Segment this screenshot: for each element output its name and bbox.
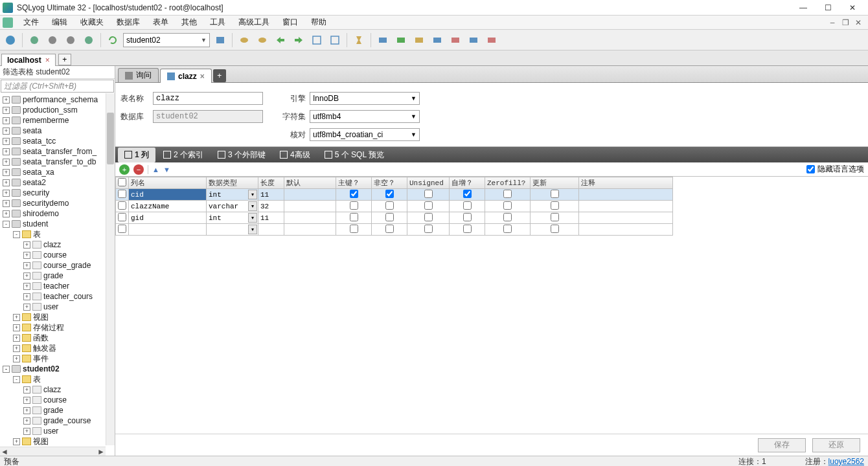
cell-us-checkbox[interactable]: [424, 213, 433, 221]
tool-icon-3[interactable]: [63, 32, 78, 48]
cell-up-checkbox[interactable]: [551, 190, 559, 198]
column-header[interactable]: 长度: [258, 177, 284, 189]
tool-icon-17[interactable]: [448, 32, 463, 48]
tree-node[interactable]: +触发器: [0, 343, 115, 353]
cell-comment[interactable]: [579, 189, 673, 201]
move-up-icon[interactable]: ▲: [152, 166, 159, 173]
dropdown-icon[interactable]: ▾: [248, 201, 257, 211]
cell-length[interactable]: [258, 224, 284, 236]
subtab[interactable]: 5 个 SQL 预览: [318, 148, 391, 162]
expand-icon[interactable]: +: [23, 293, 30, 300]
cell-zf-checkbox[interactable]: [503, 213, 512, 221]
columns-grid[interactable]: 列名数据类型长度默认主键？非空？Unsigned自增？Zerofill?更新注释…: [115, 177, 868, 236]
menu-item[interactable]: 其他: [175, 17, 203, 28]
add-connection-button[interactable]: +: [58, 54, 71, 65]
tree-node[interactable]: +securitydemo: [0, 198, 115, 208]
table-name-input[interactable]: [153, 92, 263, 105]
minimize-button[interactable]: —: [795, 3, 811, 13]
tool-icon-10[interactable]: [309, 32, 325, 48]
cell-pk-checkbox[interactable]: [350, 190, 358, 198]
database-selector[interactable]: student02 ▼: [123, 33, 210, 47]
cell-nn-checkbox[interactable]: [385, 201, 394, 210]
expand-icon[interactable]: +: [13, 314, 20, 321]
cell-length[interactable]: 11: [258, 189, 284, 201]
cell-us-checkbox[interactable]: [424, 190, 433, 198]
column-header[interactable]: 列名: [129, 177, 207, 189]
new-connection-icon[interactable]: [3, 32, 18, 48]
tree-node[interactable]: +clazz: [0, 384, 115, 395]
tool-icon-14[interactable]: [393, 32, 409, 48]
tree-node[interactable]: +user: [0, 426, 115, 436]
expand-icon[interactable]: +: [3, 190, 10, 197]
tree-node[interactable]: +grade_course: [0, 416, 115, 426]
table-row[interactable]: clazzNamevarchar▾32: [116, 201, 673, 212]
object-tree[interactable]: +performance_schema+production_ssm+remem…: [0, 93, 115, 456]
header-checkbox[interactable]: [118, 178, 126, 186]
expand-icon[interactable]: +: [23, 386, 30, 394]
tree-node[interactable]: +seata_transfer_to_db: [0, 157, 115, 167]
menu-item[interactable]: 表单: [146, 17, 175, 28]
expand-icon[interactable]: +: [23, 283, 30, 290]
expand-icon[interactable]: +: [3, 159, 10, 166]
cell-datatype[interactable]: int▾: [207, 189, 258, 201]
cell-datatype[interactable]: varchar▾: [207, 201, 258, 212]
expand-icon[interactable]: +: [3, 107, 10, 114]
tool-icon-5[interactable]: [212, 32, 228, 48]
cell-default[interactable]: [284, 212, 336, 224]
cell-ai-checkbox[interactable]: [463, 225, 472, 233]
expand-icon[interactable]: +: [23, 262, 30, 269]
expand-icon[interactable]: +: [23, 272, 30, 280]
mdi-close-icon[interactable]: ✕: [854, 18, 863, 27]
cell-nn-checkbox[interactable]: [385, 213, 394, 221]
tool-icon-15[interactable]: [411, 32, 427, 48]
menu-item[interactable]: 窗口: [276, 17, 304, 28]
cell-up-checkbox[interactable]: [551, 225, 559, 233]
tree-node[interactable]: +seata: [0, 126, 115, 136]
tree-hscrollbar[interactable]: ◄ ►: [0, 447, 106, 456]
tree-node[interactable]: +course_grade: [0, 260, 115, 271]
cell-up-checkbox[interactable]: [551, 213, 559, 221]
tree-node[interactable]: +seata_tcc: [0, 136, 115, 146]
expand-icon[interactable]: +: [3, 179, 10, 186]
expand-icon[interactable]: +: [13, 324, 20, 331]
cell-pk-checkbox[interactable]: [350, 225, 358, 233]
tool-icon-16[interactable]: [429, 32, 445, 48]
cell-us-checkbox[interactable]: [424, 225, 433, 233]
cell-us-checkbox[interactable]: [424, 201, 433, 210]
expand-icon[interactable]: +: [3, 128, 10, 135]
scroll-right-icon[interactable]: ►: [97, 447, 106, 456]
tree-node[interactable]: +course: [0, 250, 115, 260]
column-header[interactable]: Unsigned: [407, 177, 450, 189]
menu-item[interactable]: 编辑: [45, 17, 74, 28]
dropdown-icon[interactable]: ▾: [248, 225, 257, 234]
cell-zf-checkbox[interactable]: [503, 225, 512, 233]
tree-node[interactable]: +存储过程: [0, 322, 115, 333]
dropdown-icon[interactable]: ▾: [248, 190, 257, 199]
tool-icon-7[interactable]: [255, 32, 270, 48]
cell-ai-checkbox[interactable]: [463, 213, 472, 221]
column-header[interactable]: 非空？: [372, 177, 407, 189]
close-icon[interactable]: ×: [45, 56, 50, 65]
expand-icon[interactable]: +: [3, 96, 10, 104]
subtab[interactable]: 1 列: [118, 148, 155, 162]
cell-name[interactable]: cid: [129, 189, 207, 201]
cell-comment[interactable]: [579, 224, 673, 236]
menu-item[interactable]: 帮助: [304, 17, 333, 28]
table-row[interactable]: ▾: [116, 224, 673, 236]
tree-node[interactable]: +user: [0, 302, 115, 312]
cell-pk-checkbox[interactable]: [350, 201, 358, 210]
tool-icon-6[interactable]: [236, 32, 252, 48]
cell-ai-checkbox[interactable]: [463, 190, 472, 198]
tree-node[interactable]: +seata2: [0, 177, 115, 188]
cell-comment[interactable]: [579, 201, 673, 212]
cell-datatype[interactable]: int▾: [207, 212, 258, 224]
cell-default[interactable]: [284, 201, 336, 212]
tree-node[interactable]: +clazz: [0, 239, 115, 250]
expand-icon[interactable]: +: [3, 138, 10, 145]
cell-up-checkbox[interactable]: [551, 201, 559, 210]
tree-node[interactable]: +grade: [0, 405, 115, 416]
row-checkbox[interactable]: [118, 213, 126, 221]
dropdown-icon[interactable]: ▾: [248, 213, 257, 223]
tree-node[interactable]: -student: [0, 219, 115, 229]
subtab[interactable]: 4高级: [273, 148, 317, 162]
